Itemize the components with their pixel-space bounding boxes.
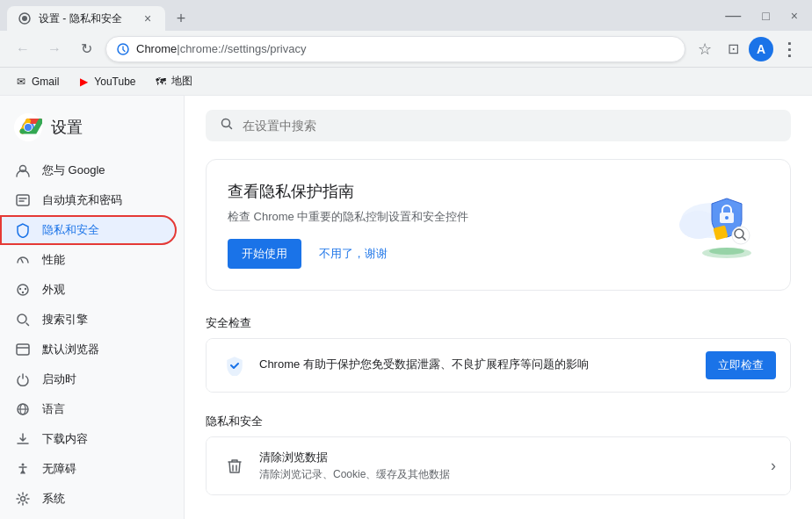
tab-close-button[interactable]: × — [141, 11, 155, 25]
sidebar-item-autofill-label: 自动填充和密码 — [42, 192, 122, 208]
svg-point-9 — [18, 285, 28, 295]
privacy-security-title: 隐私和安全 — [185, 400, 812, 436]
clear-browsing-title: 清除浏览数据 — [259, 450, 771, 465]
svg-point-10 — [19, 288, 21, 290]
back-button[interactable]: ← — [11, 37, 35, 61]
sidebar-item-languages[interactable]: 语言 — [0, 394, 177, 424]
sidebar-item-system-label: 系统 — [42, 491, 65, 507]
chevron-right-icon: › — [771, 457, 776, 475]
refresh-button[interactable]: ↻ — [74, 37, 98, 61]
sidebar-item-performance-label: 性能 — [42, 252, 65, 268]
search-input[interactable] — [243, 119, 777, 133]
shield-illustration — [663, 181, 769, 269]
sidebar-header: 设置 — [0, 103, 184, 155]
toolbar-actions: ☆ ⊡ A ⋮ — [692, 37, 801, 61]
safety-check-item[interactable]: Chrome 有助于保护您免受数据泄露、不良扩展程序等问题的影响 立即检查 — [207, 339, 790, 392]
sidebar-item-downloads-label: 下载内容 — [42, 431, 88, 447]
url-path: chrome://settings/privacy — [180, 42, 307, 55]
gear-icon — [14, 491, 32, 507]
bookmark-youtube-label: YouTube — [94, 76, 135, 88]
get-started-button[interactable]: 开始使用 — [228, 239, 301, 269]
svg-rect-14 — [17, 344, 29, 355]
search-container — [185, 96, 812, 148]
palette-icon — [14, 282, 32, 298]
address-bar: ← → ↻ Chrome | chrome://settings/privacy… — [0, 31, 812, 68]
url-bar[interactable]: Chrome | chrome://settings/privacy — [105, 36, 685, 62]
url-text: Chrome | chrome://settings/privacy — [136, 42, 306, 55]
bookmark-gmail[interactable]: ✉ Gmail — [7, 71, 66, 92]
menu-button[interactable]: ⋮ — [777, 37, 801, 61]
sidebar-item-autofill[interactable]: 自动填充和密码 — [0, 185, 177, 215]
browser-icon — [14, 342, 32, 357]
card-title: 查看隐私保护指南 — [228, 181, 649, 202]
sidebar-item-accessibility[interactable]: 无障碍 — [0, 454, 177, 484]
sidebar-item-startup-label: 启动时 — [42, 371, 76, 387]
safety-check-card: Chrome 有助于保护您免受数据泄露、不良扩展程序等问题的影响 立即检查 — [206, 338, 791, 393]
sidebar-item-performance[interactable]: 性能 — [0, 245, 177, 275]
bookmark-maps-label: 地图 — [171, 74, 192, 89]
bookmark-gmail-label: Gmail — [32, 76, 59, 88]
no-thanks-button[interactable]: 不用了，谢谢 — [312, 239, 395, 269]
sidebar-item-search-label: 搜索引擎 — [42, 312, 88, 328]
profile-button[interactable]: A — [749, 37, 773, 61]
active-tab[interactable]: 设置 - 隐私和安全 × — [7, 6, 165, 31]
autofill-icon — [14, 192, 32, 208]
clear-browsing-item[interactable]: 清除浏览数据 清除浏览记录、Cookie、缓存及其他数据 › — [207, 437, 790, 494]
window-controls: — □ × — [718, 6, 805, 25]
trash-icon — [221, 452, 249, 480]
card-actions: 开始使用 不用了，谢谢 — [228, 239, 649, 269]
safety-check-content: Chrome 有助于保护您免受数据泄露、不良扩展程序等问题的影响 — [259, 357, 706, 374]
card-subtitle: 检查 Chrome 中重要的隐私控制设置和安全控件 — [228, 209, 649, 225]
safety-check-title: 安全检查 — [185, 301, 812, 338]
sidebar-item-languages-label: 语言 — [42, 401, 65, 417]
sidebar-item-appearance[interactable]: 外观 — [0, 275, 177, 305]
sidebar-item-default-browser-label: 默认浏览器 — [42, 342, 99, 357]
sidebar-title: 设置 — [51, 117, 83, 138]
gmail-icon: ✉ — [14, 75, 28, 89]
svg-point-17 — [22, 464, 25, 466]
bookmark-button[interactable]: ☆ — [692, 37, 717, 61]
new-tab-button[interactable]: + — [169, 6, 193, 31]
side-panel-button[interactable]: ⊡ — [721, 37, 745, 61]
bookmarks-bar: ✉ Gmail ▶ YouTube 🗺 地图 — [0, 68, 812, 96]
svg-point-19 — [222, 119, 230, 127]
close-button[interactable]: × — [784, 9, 805, 23]
sidebar-item-downloads[interactable]: 下载内容 — [0, 424, 177, 454]
svg-point-1 — [22, 16, 27, 21]
clear-browsing-content: 清除浏览数据 清除浏览记录、Cookie、缓存及其他数据 — [259, 450, 771, 482]
svg-point-12 — [22, 292, 24, 293]
svg-rect-8 — [17, 195, 29, 205]
svg-point-11 — [25, 288, 26, 290]
sidebar-item-google-label: 您与 Google — [42, 162, 105, 178]
check-now-button[interactable]: 立即检查 — [706, 351, 776, 379]
shield-icon — [14, 222, 32, 238]
svg-point-18 — [21, 497, 25, 501]
download-icon — [14, 431, 32, 447]
forward-button[interactable]: → — [42, 37, 67, 61]
bookmark-youtube[interactable]: ▶ YouTube — [69, 71, 142, 92]
tab-favicon — [18, 11, 32, 25]
minimize-button[interactable]: — — [718, 6, 748, 25]
search-bar — [206, 110, 791, 141]
globe-icon — [14, 401, 32, 417]
sidebar-item-search[interactable]: 搜索引擎 — [0, 305, 177, 335]
youtube-icon: ▶ — [76, 75, 91, 89]
maximize-button[interactable]: □ — [755, 9, 776, 23]
content-area: 设置 您与 Google 自动填充和密码 隐私和安全 性能 — [0, 96, 812, 519]
bookmark-maps[interactable]: 🗺 地图 — [147, 70, 199, 92]
sidebar-item-google[interactable]: 您与 Google — [0, 155, 177, 185]
svg-point-23 — [725, 216, 729, 220]
sidebar-item-privacy[interactable]: 隐私和安全 — [0, 215, 177, 245]
svg-point-28 — [709, 248, 744, 255]
person-icon — [14, 162, 32, 178]
tab-bar: 设置 - 隐私和安全 × + — [7, 0, 193, 31]
sidebar-item-default-browser[interactable]: 默认浏览器 — [0, 335, 177, 364]
sidebar-item-system[interactable]: 系统 — [0, 484, 177, 514]
shield-check-icon — [221, 351, 249, 379]
sidebar-item-startup[interactable]: 启动时 — [0, 364, 177, 394]
sidebar-item-accessibility-label: 无障碍 — [42, 461, 76, 477]
privacy-security-card: 清除浏览数据 清除浏览记录、Cookie、缓存及其他数据 › — [206, 436, 791, 495]
url-origin: Chrome — [136, 42, 177, 55]
svg-point-6 — [25, 124, 32, 131]
search-icon — [14, 312, 32, 328]
